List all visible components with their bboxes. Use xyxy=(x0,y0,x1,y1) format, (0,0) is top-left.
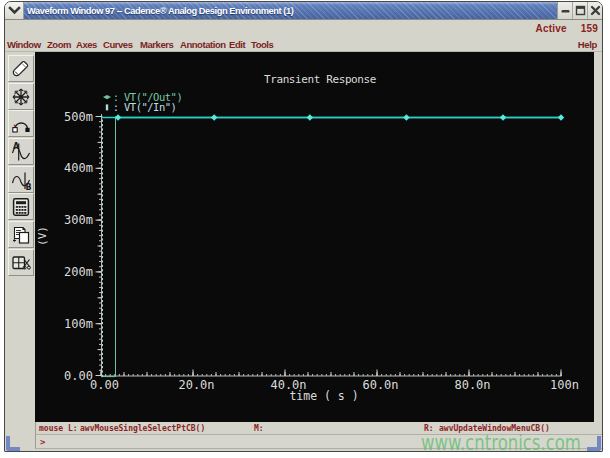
menu-item-window[interactable]: Window xyxy=(7,39,41,50)
svg-text:A: A xyxy=(13,142,20,151)
close-icon xyxy=(590,5,601,16)
svg-text:100m: 100m xyxy=(64,317,93,331)
toolbar-button-marker-a[interactable]: A xyxy=(8,138,34,165)
mouse-left-binding: awvMouseSingleSelectPtCB() xyxy=(80,424,205,433)
marker-a-icon: A xyxy=(10,141,32,163)
waveform-plot: Transient Response0.00100m200m300m400m50… xyxy=(35,52,594,422)
calculator-icon xyxy=(10,196,32,218)
menu-item-curves[interactable]: Curves xyxy=(103,39,133,50)
svg-text:0.00: 0.00 xyxy=(64,369,93,383)
plot-canvas[interactable]: Transient Response0.00100m200m300m400m50… xyxy=(35,52,594,422)
svg-text::: : xyxy=(113,101,119,113)
maximize-button[interactable] xyxy=(572,2,587,19)
active-count: 159 xyxy=(581,23,598,34)
svg-text:0.00: 0.00 xyxy=(90,378,119,392)
waveform-window: Waveform Window 97 -- Cadence® Analog De… xyxy=(4,1,603,452)
svg-text:60.0n: 60.0n xyxy=(362,378,398,392)
resize-corner-bottom-right[interactable] xyxy=(587,436,601,451)
toolbar-button-marker-b[interactable]: B xyxy=(8,166,34,193)
toolbar-button-calculator[interactable] xyxy=(8,193,34,220)
menu-item-tools[interactable]: Tools xyxy=(251,39,273,50)
toolbar-button-zoom-fit-starburst[interactable] xyxy=(8,83,34,110)
toolbar-button-trace-arc[interactable] xyxy=(8,110,34,137)
split-window-icon xyxy=(10,252,32,274)
menu-item-zoom[interactable]: Zoom xyxy=(47,39,71,50)
mouse-label: mouse L: xyxy=(39,424,78,433)
watermark-text: www.cntronics.com xyxy=(421,430,581,455)
left-toolbar: AB xyxy=(5,52,36,451)
svg-text:80.0n: 80.0n xyxy=(454,378,490,392)
toolbar-button-split-window[interactable] xyxy=(8,249,34,276)
svg-text:time ( s ): time ( s ) xyxy=(289,389,358,403)
toolbar-button-probe-pen[interactable] xyxy=(8,55,34,82)
window-menu-button[interactable] xyxy=(5,2,24,19)
menu-bar: Help WindowZoomAxesCurvesMarkersAnnotati… xyxy=(5,36,602,52)
minimize-icon xyxy=(560,5,571,16)
toolbar-button-copy-strip[interactable] xyxy=(8,221,34,248)
active-label: Active xyxy=(535,23,566,34)
trace-arc-icon xyxy=(10,113,32,135)
svg-text:500m: 500m xyxy=(64,110,93,124)
svg-text:VT("/In"): VT("/In") xyxy=(124,101,176,113)
svg-text:200m: 200m xyxy=(64,265,93,279)
menu-item-axes[interactable]: Axes xyxy=(76,39,97,50)
probe-pen-icon xyxy=(10,58,32,80)
menu-item-annotation[interactable]: Annotation xyxy=(180,39,226,50)
active-strip: Active159 xyxy=(5,20,602,36)
maximize-icon xyxy=(575,5,586,16)
title-bar: Waveform Window 97 -- Cadence® Analog De… xyxy=(5,2,602,20)
svg-text:20.0n: 20.0n xyxy=(178,378,214,392)
svg-text:300m: 300m xyxy=(64,213,93,227)
copy-strip-icon xyxy=(10,224,32,246)
svg-text:Transient Response: Transient Response xyxy=(264,73,376,86)
title-area[interactable]: Waveform Window 97 -- Cadence® Analog De… xyxy=(24,2,558,19)
active-indicator: Active159 xyxy=(535,23,598,34)
svg-text:(V): (V) xyxy=(36,226,49,246)
zoom-fit-starburst-icon xyxy=(10,86,32,108)
svg-text:B: B xyxy=(26,183,32,191)
mouse-middle-label: M: xyxy=(254,424,264,433)
screenshot-root: Waveform Window 97 -- Cadence® Analog De… xyxy=(0,0,610,458)
menu-item-markers[interactable]: Markers xyxy=(140,39,173,50)
menu-item-help[interactable]: Help xyxy=(578,39,597,50)
close-button[interactable] xyxy=(587,2,602,19)
chevron-down-icon xyxy=(8,6,21,16)
prompt-chevron: > xyxy=(40,437,45,447)
svg-text:100n: 100n xyxy=(550,378,579,392)
minimize-button[interactable] xyxy=(558,2,572,19)
marker-b-icon: B xyxy=(10,169,32,191)
window-controls xyxy=(558,2,602,19)
menu-item-edit[interactable]: Edit xyxy=(229,39,245,50)
svg-text:400m: 400m xyxy=(64,161,93,175)
resize-corner-bottom-left[interactable] xyxy=(6,436,20,451)
window-title: Waveform Window 97 -- Cadence® Analog De… xyxy=(24,6,293,16)
